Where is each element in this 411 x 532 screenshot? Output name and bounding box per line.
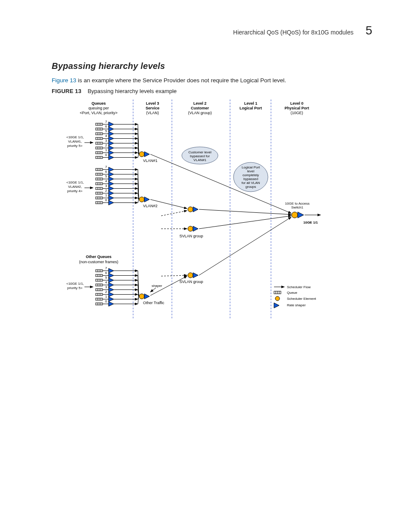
svg-text:(non-customer frames): (non-customer frames): [79, 260, 118, 264]
svg-text:1: 1: [105, 295, 107, 299]
svg-text:4: 4: [105, 179, 107, 183]
svg-line-258: [199, 217, 291, 275]
svg-text:4: 4: [105, 280, 107, 284]
svg-line-85: [138, 154, 139, 158]
svg-text:7: 7: [105, 120, 107, 124]
svg-text:2: 2: [105, 290, 107, 294]
svg-text:priority 5>: priority 5>: [67, 144, 83, 148]
svg-text:bypassed for: bypassed for: [190, 154, 210, 158]
svg-text:groups: groups: [246, 185, 256, 189]
svg-text:(10GE): (10GE): [290, 111, 303, 115]
svg-text:0: 0: [105, 299, 107, 303]
svg-text:(VLAN group): (VLAN group): [188, 111, 212, 115]
svg-text:10GE 1/1: 10GE 1/1: [303, 221, 318, 224]
svg-text:Level 3: Level 3: [146, 101, 159, 106]
section-heading: Bypassing hierarchy levels: [52, 61, 372, 71]
svg-text:shaper: shaper: [152, 284, 162, 288]
svg-text:5: 5: [105, 174, 107, 178]
svg-text:5: 5: [105, 129, 107, 133]
svg-text:bypassed: bypassed: [243, 177, 258, 181]
svg-text:3: 3: [105, 139, 107, 143]
svg-text:queuing per: queuing per: [88, 106, 109, 110]
figure-caption: Bypassing hierarchy levels example: [87, 88, 177, 94]
svg-text:VLAN#1: VLAN#1: [143, 159, 158, 163]
svg-line-155: [138, 199, 139, 203]
hqos-diagram-svg: Queues queuing per <Port, VLAN, priority…: [62, 100, 325, 328]
svg-text:<10GE 1/1,: <10GE 1/1,: [66, 282, 84, 286]
svg-text:Level 2: Level 2: [193, 101, 207, 106]
svg-point-246: [292, 212, 298, 218]
svg-text:<Port, VLAN, priority>: <Port, VLAN, priority>: [80, 111, 118, 115]
running-header: Hierarchical QoS (HQoS) for 8x10G module…: [52, 24, 372, 37]
svg-point-234: [188, 207, 193, 212]
svg-line-250: [150, 154, 291, 213]
svg-text:(VLAN): (VLAN): [146, 111, 159, 115]
svg-point-228: [139, 294, 144, 299]
svg-text:0: 0: [105, 198, 107, 202]
svg-text:Customer: Customer: [191, 106, 209, 110]
intro-paragraph: Figure 13 is an example where the Servic…: [52, 77, 372, 84]
svg-text:2: 2: [105, 189, 107, 193]
svg-point-156: [139, 197, 144, 202]
svg-point-267: [275, 296, 280, 301]
figure-diagram: Queues queuing per <Port, VLAN, priority…: [62, 100, 372, 328]
figure-ref-link[interactable]: Figure 13: [52, 77, 76, 84]
svg-text:Queue: Queue: [287, 291, 298, 295]
svg-point-235: [188, 226, 193, 231]
svg-text:4: 4: [105, 134, 107, 138]
svg-text:6: 6: [105, 170, 107, 174]
intro-text: is an example where the Service Provider…: [76, 77, 286, 84]
svg-text:Service: Service: [146, 106, 159, 110]
svg-text:10GE to Access: 10GE to Access: [285, 202, 310, 205]
svg-point-86: [139, 152, 144, 157]
svg-text:Logical Port: Logical Port: [242, 165, 260, 169]
svg-text:6: 6: [105, 271, 107, 275]
svg-text:0: 0: [105, 153, 107, 157]
svg-text:<10GE 1/1,: <10GE 1/1,: [66, 180, 84, 184]
svg-text:1: 1: [105, 148, 107, 152]
svg-line-254: [199, 209, 291, 215]
svg-text:Scheduler Element: Scheduler Element: [287, 297, 316, 301]
svg-text:VLAN#2,: VLAN#2,: [68, 185, 82, 189]
svg-text:7: 7: [105, 266, 107, 270]
svg-text:Physical Port: Physical Port: [284, 106, 309, 110]
svg-text:Other Traffic: Other Traffic: [143, 301, 165, 305]
svg-text:level: level: [247, 169, 255, 173]
svg-text:Logical Port: Logical Port: [240, 106, 262, 110]
figure-label-lead: FIGURE 13: [52, 88, 81, 94]
svg-text:SVLAN group: SVLAN group: [179, 234, 203, 238]
header-title: Hierarchical QoS (HQoS) for 8x10G module…: [233, 29, 353, 36]
svg-point-237: [188, 273, 193, 278]
svg-text:6: 6: [105, 124, 107, 128]
svg-text:5: 5: [105, 276, 107, 280]
svg-text:Level 0: Level 0: [290, 101, 304, 106]
svg-text:VLAN#2: VLAN#2: [143, 204, 158, 208]
svg-line-255: [199, 216, 291, 229]
svg-text:VLAN#1: VLAN#1: [193, 158, 206, 162]
svg-text:Level 1: Level 1: [244, 101, 258, 106]
svg-text:Customer level: Customer level: [188, 150, 212, 154]
svg-text:Queues: Queues: [91, 101, 106, 106]
chapter-number: 5: [365, 24, 372, 37]
svg-text:<10GE 1/1,: <10GE 1/1,: [66, 135, 84, 139]
svg-line-257: [161, 275, 187, 276]
figure-label: FIGURE 13 Bypassing hierarchy levels exa…: [52, 88, 372, 94]
svg-text:priority 5>: priority 5>: [67, 286, 83, 290]
svg-text:priority 4>: priority 4>: [67, 189, 83, 193]
svg-text:3: 3: [105, 184, 107, 188]
svg-text:Other Queues: Other Queues: [86, 255, 112, 259]
svg-text:for all VLAN: for all VLAN: [242, 181, 260, 185]
svg-text:2: 2: [105, 143, 107, 147]
svg-text:Switch1: Switch1: [291, 205, 304, 209]
svg-text:SVLAN group: SVLAN group: [179, 280, 203, 284]
svg-text:3: 3: [105, 285, 107, 289]
svg-text:Rate shaper: Rate shaper: [287, 303, 306, 307]
svg-text:completely: completely: [243, 173, 259, 177]
svg-line-252: [161, 211, 187, 216]
svg-text:Scheduler Flow: Scheduler Flow: [287, 285, 311, 289]
svg-text:7: 7: [105, 165, 107, 169]
svg-text:VLAN#1,: VLAN#1,: [68, 140, 82, 143]
svg-text:1: 1: [105, 193, 107, 197]
